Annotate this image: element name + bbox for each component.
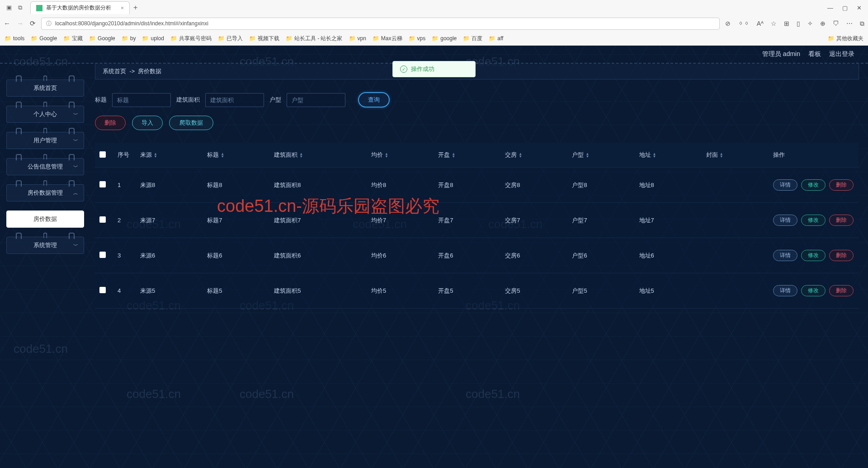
bookmark-item[interactable]: 📁google bbox=[432, 35, 457, 42]
delete-button[interactable]: 删除 bbox=[829, 285, 854, 296]
delete-button[interactable]: 删除 bbox=[829, 250, 854, 261]
cell-seq: 3 bbox=[113, 238, 136, 273]
new-tab-button[interactable]: + bbox=[133, 4, 137, 12]
sidebar-item[interactable]: 个人中心﹀ bbox=[6, 106, 84, 123]
browser-chrome: ▣ ⧉ 基于大数据的房价数据分析 × + — ▢ ✕ ← → ⟳ ⓘ local… bbox=[0, 0, 868, 46]
sort-icon[interactable]: ▲▼ bbox=[585, 153, 589, 158]
sidebar-item[interactable]: 房价数据管理︿ bbox=[6, 184, 84, 201]
sidebar-item[interactable]: 房价数据 bbox=[6, 211, 84, 228]
sort-icon[interactable]: ▲▼ bbox=[221, 153, 224, 158]
edit-button[interactable]: 修改 bbox=[801, 250, 826, 261]
bookmark-item[interactable]: 📁tools bbox=[5, 35, 24, 42]
sort-icon[interactable]: ▲▼ bbox=[299, 153, 303, 158]
filter-area-input[interactable] bbox=[205, 93, 264, 107]
read-aloud-icon[interactable]: ೦೦ bbox=[738, 20, 750, 28]
browser-tab[interactable]: 基于大数据的房价数据分析 × bbox=[30, 1, 130, 14]
sort-icon[interactable]: ▲▼ bbox=[653, 153, 656, 158]
overflow-icon[interactable]: ⧉ bbox=[860, 20, 864, 28]
extensions-icon[interactable]: ⊕ bbox=[820, 20, 826, 28]
sidebar-item[interactable]: 公告信息管理﹀ bbox=[6, 158, 84, 175]
detail-button[interactable]: 详情 bbox=[773, 250, 797, 261]
dashboard-link[interactable]: 看板 bbox=[808, 50, 821, 58]
bookmark-item[interactable]: 📁百度 bbox=[463, 35, 482, 42]
copy-icon[interactable]: ⧉ bbox=[18, 4, 22, 11]
sidebar-item[interactable]: 系统管理﹀ bbox=[6, 237, 84, 254]
col-price: 均价▲▼ bbox=[367, 143, 434, 168]
reload-icon[interactable]: ⟳ bbox=[30, 19, 36, 28]
bookmark-item[interactable]: 📁vpn bbox=[349, 35, 366, 42]
filter-title-input[interactable] bbox=[112, 93, 171, 107]
bookmark-item[interactable]: 📁Google bbox=[31, 35, 57, 42]
watermark: code51.cn bbox=[240, 387, 294, 401]
sort-icon[interactable]: ▲▼ bbox=[452, 153, 455, 158]
row-checkbox[interactable] bbox=[99, 216, 106, 223]
delete-button[interactable]: 删除 bbox=[829, 215, 854, 226]
import-button[interactable]: 导入 bbox=[132, 116, 163, 130]
content-area: 系统首页 -> 房价数据 标题 建筑面积 户型 查询 删除 导入 爬取数据 bbox=[90, 64, 868, 318]
crawl-button[interactable]: 爬取数据 bbox=[169, 116, 213, 130]
detail-button[interactable]: 详情 bbox=[773, 179, 797, 191]
delete-button[interactable]: 删除 bbox=[829, 179, 854, 191]
bookmark-item[interactable]: 📁Max云梯 bbox=[373, 35, 402, 42]
menu-icon[interactable]: ⋯ bbox=[846, 20, 853, 28]
search-button[interactable]: 查询 bbox=[358, 92, 390, 108]
favorite-icon[interactable]: ☆ bbox=[771, 20, 777, 28]
sort-icon[interactable]: ▲▼ bbox=[519, 153, 522, 158]
bookmark-item[interactable]: 📁宝藏 bbox=[63, 35, 83, 42]
minimize-icon[interactable]: — bbox=[827, 5, 833, 11]
collections-icon[interactable]: ✧ bbox=[807, 20, 813, 28]
bookmark-item[interactable]: 📁已导入 bbox=[218, 35, 243, 42]
breadcrumb-current: 房价数据 bbox=[138, 68, 161, 75]
row-checkbox[interactable] bbox=[99, 287, 106, 293]
text-size-icon[interactable]: Aᴬ bbox=[757, 20, 764, 28]
bulk-delete-button[interactable]: 删除 bbox=[95, 116, 126, 130]
maximize-icon[interactable]: ▢ bbox=[842, 5, 848, 11]
detail-button[interactable]: 详情 bbox=[773, 215, 797, 226]
bookmark-item[interactable]: 📁视频下载 bbox=[249, 35, 279, 42]
close-tab-icon[interactable]: × bbox=[121, 5, 124, 11]
edit-button[interactable]: 修改 bbox=[801, 215, 826, 226]
back-icon[interactable]: ← bbox=[4, 19, 10, 28]
cell-seq: 4 bbox=[113, 273, 136, 309]
sort-icon[interactable]: ▲▼ bbox=[720, 153, 723, 158]
close-window-icon[interactable]: ✕ bbox=[857, 5, 862, 11]
bookmark-item[interactable]: 📁aff bbox=[489, 35, 503, 42]
appmenu1-icon[interactable]: ⊞ bbox=[784, 20, 789, 28]
detail-button[interactable]: 详情 bbox=[773, 285, 797, 296]
tabs-icon[interactable]: ▣ bbox=[6, 4, 12, 11]
bookmark-item[interactable]: 📁共享账号密码 bbox=[170, 35, 212, 42]
col-title: 标题▲▼ bbox=[203, 143, 269, 168]
row-checkbox[interactable] bbox=[99, 252, 106, 258]
cell-cover bbox=[702, 203, 769, 238]
bulk-actions: 删除 导入 爬取数据 bbox=[95, 116, 859, 130]
sort-icon[interactable]: ▲▼ bbox=[154, 153, 157, 158]
bookmark-other[interactable]: 📁其他收藏夹 bbox=[828, 35, 863, 42]
tracker-icon[interactable]: ⊘ bbox=[725, 20, 731, 28]
breadcrumb-home[interactable]: 系统首页 bbox=[103, 68, 126, 75]
site-info-icon[interactable]: ⓘ bbox=[46, 20, 52, 28]
bookmark-item[interactable]: 📁by bbox=[122, 35, 136, 42]
bookmark-item[interactable]: 📁Google bbox=[89, 35, 115, 42]
bookmark-item[interactable]: 📁uplod bbox=[142, 35, 164, 42]
address-bar[interactable]: ⓘ localhost:8080/django2010d/admin/dist/… bbox=[41, 18, 720, 30]
forward-icon[interactable]: → bbox=[17, 19, 24, 28]
table-row: 2来源7标题7建筑面积7均价7开盘7交房7户型7地址7详情修改删除 bbox=[95, 203, 859, 238]
sidebar-icon[interactable]: ▯ bbox=[797, 20, 800, 28]
sort-icon[interactable]: ▲▼ bbox=[385, 153, 388, 158]
shield-icon[interactable]: ⛉ bbox=[833, 20, 839, 28]
logout-link[interactable]: 退出登录 bbox=[829, 50, 854, 58]
sidebar-item[interactable]: 系统首页 bbox=[6, 80, 84, 97]
cell-price: 均价8 bbox=[367, 168, 434, 203]
folder-icon: 📁 bbox=[349, 35, 356, 42]
bookmark-item[interactable]: 📁站长工具 - 站长之家 bbox=[286, 35, 343, 42]
edit-button[interactable]: 修改 bbox=[801, 285, 826, 296]
cell-deliver: 交房6 bbox=[500, 238, 567, 273]
admin-label[interactable]: 管理员 admin bbox=[762, 50, 800, 58]
sidebar-item[interactable]: 用户管理﹀ bbox=[6, 132, 84, 149]
edit-button[interactable]: 修改 bbox=[801, 179, 826, 191]
col-cover: 封面▲▼ bbox=[702, 143, 769, 168]
select-all-checkbox[interactable] bbox=[99, 151, 106, 158]
bookmark-item[interactable]: 📁vps bbox=[409, 35, 426, 42]
row-checkbox[interactable] bbox=[99, 181, 106, 187]
filter-hx-input[interactable] bbox=[287, 93, 345, 107]
